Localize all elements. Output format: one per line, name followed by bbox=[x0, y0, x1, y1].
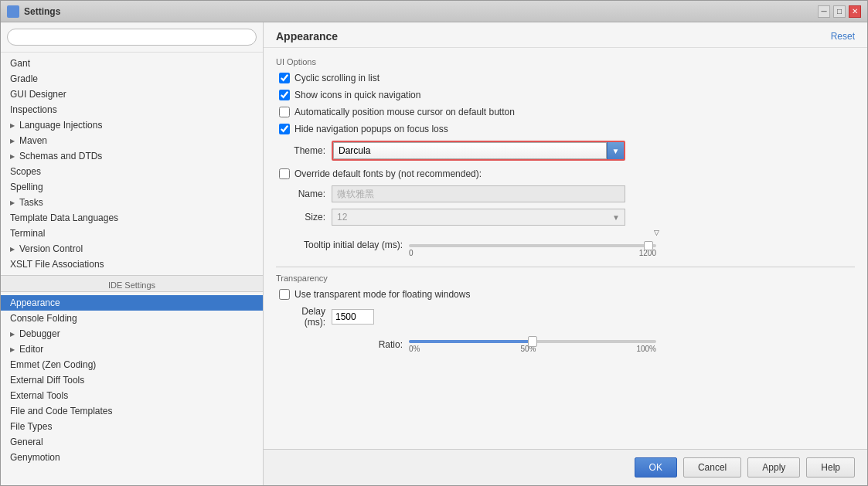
theme-select-wrapper: Darcula IntelliJ Windows ▼ bbox=[332, 141, 625, 161]
sidebar-label-version-control: Version Control bbox=[19, 243, 83, 254]
sidebar-label-spelling: Spelling bbox=[10, 182, 43, 192]
sidebar-label-gradle: Gradle bbox=[10, 73, 38, 84]
auto-position-checkbox[interactable] bbox=[279, 107, 290, 117]
ide-settings-separator: IDE Settings bbox=[1, 275, 263, 292]
hide-nav-popups-checkbox[interactable] bbox=[279, 124, 290, 134]
sidebar: Gant Gradle GUI Designer Inspections Lan… bbox=[1, 22, 264, 485]
sidebar-item-general[interactable]: General bbox=[1, 434, 263, 450]
tooltip-slider-labels: 0 1200 bbox=[409, 249, 656, 257]
sidebar-item-genymotion[interactable]: Genymotion bbox=[1, 450, 263, 465]
sidebar-label-appearance: Appearance bbox=[10, 297, 60, 308]
main-header: Appearance Reset bbox=[264, 22, 867, 48]
sidebar-label-gant: Gant bbox=[10, 58, 30, 69]
size-label: Size: bbox=[279, 212, 325, 223]
search-input[interactable] bbox=[7, 29, 257, 46]
sidebar-item-file-types[interactable]: File Types bbox=[1, 419, 263, 434]
sidebar-item-gradle[interactable]: Gradle bbox=[1, 71, 263, 87]
name-input[interactable] bbox=[332, 185, 625, 202]
sidebar-item-template-data-languages[interactable]: Template Data Languages bbox=[1, 210, 263, 226]
sidebar-item-gui-designer[interactable]: GUI Designer bbox=[1, 87, 263, 102]
minimize-button[interactable]: ─ bbox=[818, 5, 830, 18]
sidebar-item-debugger[interactable]: Debugger bbox=[1, 326, 263, 342]
theme-dropdown-arrow[interactable]: ▼ bbox=[607, 142, 624, 159]
sidebar-item-scopes[interactable]: Scopes bbox=[1, 164, 263, 179]
override-fonts-checkbox[interactable] bbox=[279, 168, 290, 179]
cyclic-scrolling-checkbox[interactable] bbox=[279, 73, 290, 83]
reset-button[interactable]: Reset bbox=[831, 31, 855, 42]
sidebar-label-debugger: Debugger bbox=[19, 328, 60, 339]
ok-button[interactable]: OK bbox=[635, 457, 677, 478]
sidebar-label-schemas-and-dtds: Schemas and DTDs bbox=[19, 151, 102, 161]
sidebar-label-tasks: Tasks bbox=[19, 197, 43, 208]
sidebar-item-schemas-and-dtds[interactable]: Schemas and DTDs bbox=[1, 148, 263, 164]
delay-row: Delay (ms): bbox=[276, 306, 855, 328]
app-icon bbox=[7, 5, 19, 18]
sidebar-item-gant[interactable]: Gant bbox=[1, 56, 263, 71]
window-controls: ─ □ ✕ bbox=[818, 5, 861, 18]
ratio-label: Ratio: bbox=[279, 339, 403, 350]
cyclic-scrolling-row: Cyclic scrolling in list bbox=[276, 73, 855, 83]
close-button[interactable]: ✕ bbox=[849, 5, 861, 18]
tooltip-label: Tooltip initial delay (ms): bbox=[279, 240, 403, 250]
sidebar-label-language-injections: Language Injections bbox=[19, 120, 102, 131]
search-box bbox=[1, 22, 263, 53]
sidebar-label-file-types: File Types bbox=[10, 421, 52, 432]
sidebar-item-xslt-file-associations[interactable]: XSLT File Associations bbox=[1, 257, 263, 272]
footer: OK Cancel Apply Help bbox=[264, 449, 867, 485]
tooltip-slider-track: ▽ bbox=[409, 244, 656, 247]
show-icons-row: Show icons in quick navigation bbox=[276, 90, 855, 100]
sidebar-item-spelling[interactable]: Spelling bbox=[1, 179, 263, 195]
settings-window: Settings ─ □ ✕ Gant Gradle GUI De bbox=[0, 0, 868, 486]
sidebar-label-emmet: Emmet (Zen Coding) bbox=[10, 359, 96, 370]
delay-label: Delay (ms): bbox=[279, 306, 325, 328]
help-button[interactable]: Help bbox=[806, 457, 855, 478]
sidebar-item-external-tools[interactable]: External Tools bbox=[1, 388, 263, 403]
transparent-mode-row: Use transparent mode for floating window… bbox=[276, 289, 855, 300]
sidebar-label-terminal: Terminal bbox=[10, 228, 45, 239]
sidebar-label-external-tools: External Tools bbox=[10, 390, 68, 401]
sidebar-label-inspections: Inspections bbox=[10, 104, 57, 115]
auto-position-row: Automatically position mouse cursor on d… bbox=[276, 107, 855, 117]
sidebar-label-console-folding: Console Folding bbox=[10, 313, 77, 324]
apply-button[interactable]: Apply bbox=[747, 457, 800, 478]
ratio-slider-thumb[interactable] bbox=[528, 336, 537, 347]
sidebar-item-emmet[interactable]: Emmet (Zen Coding) bbox=[1, 357, 263, 372]
sidebar-item-editor[interactable]: Editor bbox=[1, 342, 263, 357]
tooltip-slider-thumb[interactable] bbox=[644, 241, 653, 250]
size-row: Size: 12 ▼ bbox=[276, 209, 855, 226]
delay-input[interactable] bbox=[332, 309, 374, 325]
theme-row: Theme: Darcula IntelliJ Windows ▼ bbox=[276, 141, 855, 161]
sidebar-label-template-data-languages: Template Data Languages bbox=[10, 212, 118, 223]
ratio-min-label: 0% bbox=[409, 345, 420, 353]
transparent-mode-label: Use transparent mode for floating window… bbox=[294, 289, 470, 300]
theme-select[interactable]: Darcula IntelliJ Windows bbox=[333, 142, 607, 159]
window-title: Settings bbox=[24, 6, 60, 17]
maximize-button[interactable]: □ bbox=[833, 5, 846, 18]
sidebar-label-genymotion: Genymotion bbox=[10, 452, 60, 463]
sidebar-item-terminal[interactable]: Terminal bbox=[1, 226, 263, 241]
ratio-slider-fill bbox=[409, 340, 533, 343]
sidebar-item-tasks[interactable]: Tasks bbox=[1, 195, 263, 210]
sidebar-item-file-and-code-templates[interactable]: File and Code Templates bbox=[1, 403, 263, 419]
sidebar-item-maven[interactable]: Maven bbox=[1, 133, 263, 148]
transparent-mode-checkbox[interactable] bbox=[279, 289, 290, 300]
sidebar-label-editor: Editor bbox=[19, 344, 43, 355]
name-label: Name: bbox=[279, 189, 325, 199]
ratio-slider-wrapper: 0% 50% 100% bbox=[409, 335, 656, 353]
sidebar-item-inspections[interactable]: Inspections bbox=[1, 102, 263, 117]
tooltip-value-label: ▽ bbox=[654, 229, 659, 236]
sidebar-item-appearance[interactable]: Appearance bbox=[1, 295, 263, 311]
sidebar-item-external-diff-tools[interactable]: External Diff Tools bbox=[1, 372, 263, 388]
sidebar-item-console-folding[interactable]: Console Folding bbox=[1, 311, 263, 326]
sidebar-label-general: General bbox=[10, 437, 43, 447]
sidebar-list: Gant Gradle GUI Designer Inspections Lan… bbox=[1, 53, 263, 485]
sidebar-label-file-and-code-templates: File and Code Templates bbox=[10, 406, 113, 416]
main-content: UI Options Cyclic scrolling in list Show… bbox=[264, 48, 867, 449]
auto-position-label: Automatically position mouse cursor on d… bbox=[294, 107, 515, 117]
size-dropdown-arrow[interactable]: ▼ bbox=[612, 213, 620, 222]
sidebar-item-language-injections[interactable]: Language Injections bbox=[1, 117, 263, 133]
sidebar-item-version-control[interactable]: Version Control bbox=[1, 241, 263, 257]
cancel-button[interactable]: Cancel bbox=[683, 457, 741, 478]
show-icons-checkbox[interactable] bbox=[279, 90, 290, 100]
sidebar-label-maven: Maven bbox=[19, 135, 47, 146]
